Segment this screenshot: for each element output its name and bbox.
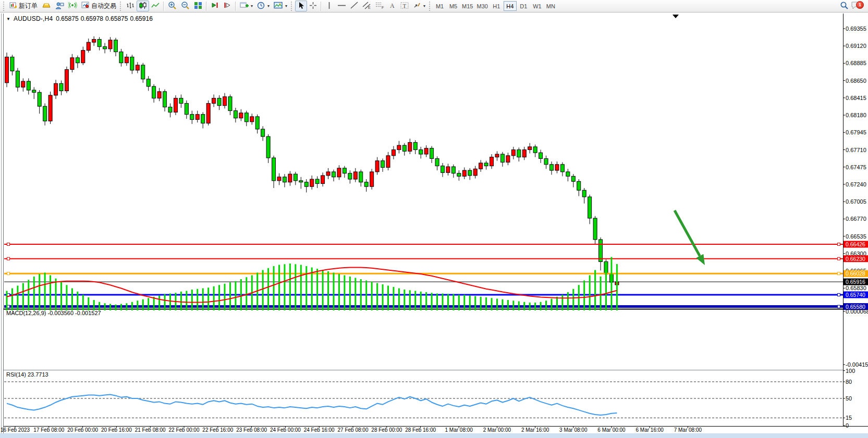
candle-up [375,161,379,172]
price-tick-label: 0.67710 [846,147,866,153]
candle-down [163,92,167,107]
candle-up [277,177,281,181]
candle-down [103,47,107,49]
candle-down [114,40,118,52]
candle-down [32,90,36,92]
zoom-in-icon [168,1,177,11]
candle-up [337,168,341,177]
candle-down [451,167,455,173]
horizontal-line-button[interactable] [335,1,348,11]
timeframe-button-W1[interactable]: W1 [531,1,544,11]
date-tick-label: 21 Feb 08:00 [135,427,166,433]
candle-down [430,148,434,159]
candle-up [424,148,428,154]
bar-chart-icon [126,2,135,11]
chart-menu-triangle-icon[interactable]: ▼ [6,17,10,21]
toolbar-grip[interactable] [3,2,6,11]
price-label-text: 0.66028 [846,270,865,277]
trendline-icon [350,2,358,10]
timeframe-button-D1[interactable]: D1 [517,1,530,11]
cursor-icon [298,2,304,11]
search-button[interactable] [838,1,851,11]
candle-up [136,65,139,70]
timeframe-button-M15[interactable]: M15 [460,1,474,11]
gold-button[interactable] [40,1,53,11]
crosshair-button[interactable] [307,1,319,11]
date-tick-label: 7 Mar 08:00 [674,427,702,433]
trendline-button[interactable] [348,1,360,11]
new-chart-button[interactable]: ▾ [238,1,255,11]
line-handle[interactable] [838,243,840,246]
candle-up [223,97,227,106]
zoom-out-icon [181,1,190,11]
line-handle[interactable] [838,305,840,308]
bar-chart-button[interactable] [124,1,137,11]
notifications[interactable]: 1 [851,1,861,12]
candlestick-chart-button[interactable] [137,1,149,11]
new-order-button[interactable]: 新订单 [7,1,40,11]
chart-shift-icon [223,2,231,10]
timeframe-button-H1[interactable]: H1 [490,1,503,11]
toolbar-grip[interactable] [291,2,294,11]
candle-up [206,103,210,123]
line-handle[interactable] [838,293,840,296]
timeframe-button-M1[interactable]: M1 [433,1,446,11]
toolbar-separator [206,2,207,11]
price-tick-label: 0.67005 [846,198,866,205]
zoom-in-button[interactable] [166,1,179,11]
candle-down [201,115,205,123]
gold-ingot-icon [42,2,51,11]
vertical-line-button[interactable] [323,1,335,11]
candle-up [479,163,483,169]
text-label-icon: T [400,2,409,11]
text-button[interactable]: A [386,1,398,11]
candle-down [244,113,248,122]
line-handle[interactable] [7,243,10,246]
timeframe-button-MN[interactable]: MN [544,1,557,11]
chart-shift-button[interactable] [221,1,234,11]
market-button[interactable] [53,1,66,11]
text-label-button[interactable]: T [398,1,411,11]
periods-button[interactable]: ▾ [255,1,272,11]
line-handle[interactable] [7,257,10,260]
line-chart-button[interactable] [149,1,162,11]
candle-down [457,173,461,177]
equidistant-channel-button[interactable]: E [360,1,373,11]
candle-up [157,92,161,98]
clock-icon [257,2,265,11]
date-tick-label: 17 Feb 08:00 [33,427,64,433]
candle-down [130,57,134,70]
timeframe-button-M30[interactable]: M30 [475,1,489,11]
line-handle[interactable] [838,257,840,260]
candle-up [310,179,314,186]
tile-windows-button[interactable] [192,1,204,11]
price-chart-canvas[interactable]: 0.693550.691200.688850.686500.684150.681… [0,0,868,438]
toolbar-grip[interactable] [429,2,432,11]
timeframe-button-M5[interactable]: M5 [447,1,460,11]
toolbar-grip[interactable] [120,2,123,11]
toolbar-separator [321,2,322,11]
svg-text:E: E [368,6,371,9]
signal-button[interactable] [66,1,79,11]
crosshair-icon [309,2,317,11]
template-button[interactable]: ▾ [272,1,289,11]
candle-down [571,176,575,181]
price-tick-label: 0.66535 [846,233,866,240]
candle-down [228,97,232,111]
candle-up [473,169,477,176]
timeframe-button-H4[interactable]: H4 [504,1,517,11]
line-handle[interactable] [838,272,840,275]
line-handle[interactable] [7,272,10,275]
date-tick-label: 2 Mar 16:00 [521,427,549,433]
autotrade-label: 自动交易 [91,2,116,10]
candle-up [370,172,374,186]
new-order-label: 新订单 [19,2,38,10]
zoom-out-button[interactable] [179,1,192,11]
fibonacci-button[interactable]: F [373,1,386,11]
candle-up [5,57,9,82]
cursor-button[interactable] [295,1,307,11]
date-tick-label: 6 Mar 16:00 [636,427,664,433]
arrows-button[interactable]: ▾ [411,1,427,11]
auto-scroll-button[interactable] [209,1,221,11]
autotrade-button[interactable]: 自动交易 [79,1,118,11]
